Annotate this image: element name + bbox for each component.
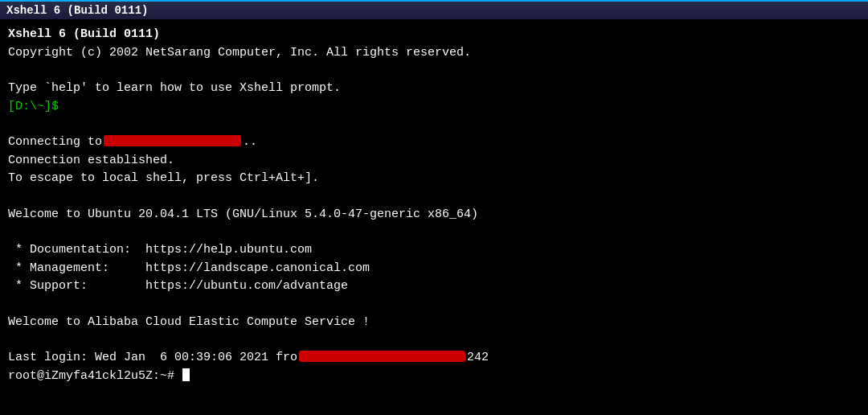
- title-bold: Xshell 6 (Build 0111): [8, 27, 160, 41]
- line-last-login: Last login: Wed Jan 6 00:39:06 2021 fro …: [8, 349, 860, 368]
- title-bar-text: Xshell 6 (Build 0111): [6, 4, 148, 17]
- line-empty1: [8, 62, 860, 80]
- line-support: * Support: https://ubuntu.com/advantage: [8, 277, 860, 296]
- line-escape: To escape to local shell, press Ctrl+Alt…: [8, 170, 860, 188]
- line-help: Type `help' to learn how to use Xshell p…: [8, 80, 860, 98]
- redacted-ip-1: [104, 135, 241, 146]
- line-empty5: [8, 296, 860, 314]
- redacted-ip-2: [299, 351, 465, 362]
- line-empty3: [8, 188, 860, 206]
- terminal: Xshell 6 (Build 0111) Copyright (c) 2002…: [0, 19, 868, 413]
- line-copyright: Copyright (c) 2002 NetSarang Computer, I…: [8, 44, 860, 63]
- line-welcome-alibaba: Welcome to Alibaba Cloud Elastic Compute…: [8, 314, 860, 332]
- line-prompt: [D:\~]$: [8, 98, 860, 117]
- title-bar: Xshell 6 (Build 0111): [0, 0, 868, 19]
- line-connecting: Connecting to ..: [8, 134, 860, 152]
- line-shell-prompt: root@iZmyfa41ckl2u5Z:~#: [8, 368, 860, 386]
- line-mgmt: * Management: https://landscape.canonica…: [8, 260, 860, 278]
- terminal-cursor: [182, 368, 190, 381]
- line-empty2: [8, 116, 860, 134]
- line-empty4: [8, 224, 860, 241]
- line-title: Xshell 6 (Build 0111): [8, 26, 860, 44]
- line-doc: * Documentation: https://help.ubuntu.com: [8, 241, 860, 260]
- line-established: Connection established.: [8, 152, 860, 171]
- line-empty6: [8, 331, 860, 349]
- line-welcome-ubuntu: Welcome to Ubuntu 20.04.1 LTS (GNU/Linux…: [8, 206, 860, 224]
